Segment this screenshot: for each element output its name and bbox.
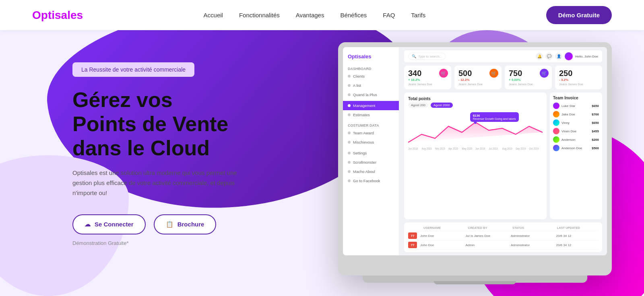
table-status-1: Administrator [511, 243, 553, 247]
svg-text:May 2020: May 2020 [462, 147, 473, 150]
nav-item-fonctionnalites[interactable]: Fonctionnalités [239, 12, 280, 19]
table-badge-0: 77 [408, 232, 417, 239]
nav-item-benefices[interactable]: Bénéfices [340, 12, 367, 19]
chart-filter-1[interactable]: Agost 2000 [431, 103, 452, 108]
logo[interactable]: Optisales [32, 9, 83, 22]
dashboard-table: USERNAME CREATED BY STATUS LAST UPDATED … [404, 222, 602, 252]
sidebar-item-macho[interactable]: Macho Aboul [343, 167, 399, 176]
team-amount: $650 [592, 121, 599, 125]
stat-sub: Jeans James Doe [559, 82, 598, 86]
stat-card-3: 250 - 3.2% Jeans James Doe [555, 66, 602, 89]
tooltip-value: $136 [473, 114, 516, 117]
hero-title: Gérez vos Points de Vente dans le Cloud [72, 88, 246, 160]
dashboard-section-label: Dashboard [343, 64, 399, 72]
chart-tooltip: $136 Revenue Growth Going and labels [470, 112, 519, 122]
search-icon: 🔍 [412, 54, 416, 58]
dashboard-sidebar: Optisales Dashboard Clients A list [343, 47, 399, 255]
document-icon: 📋 [166, 221, 173, 228]
stats-row: 340 + 10.2% Jeans James Doe 🛒 500 - 12.2… [404, 66, 602, 89]
svg-text:Jul 2019: Jul 2019 [489, 147, 497, 150]
hero-badge: La Reussite de votre activité commercial… [72, 62, 194, 77]
chart-svg: Jun 2018 Aug 2019 Nov 2019 Apr 2020 May … [408, 110, 543, 215]
demo-gratuite-button[interactable]: Démo Gratuite [546, 6, 612, 24]
customer-section-label: Costumer Data [343, 121, 399, 128]
nav-section-dashboard: Dashboard Clients A list Quand la Plus [343, 64, 399, 99]
team-name: Jake Doe [561, 113, 592, 116]
avatar[interactable] [565, 52, 573, 60]
chart-title: Total points [408, 97, 543, 101]
team-avatar [553, 119, 559, 126]
nav-section-customer: Costumer Data Team Award Mischievous [343, 121, 399, 147]
chart-filter-0[interactable]: Agost 200 [408, 103, 428, 108]
sidebar-item-team[interactable]: Team Award [343, 128, 399, 138]
team-row-3: Vinen Doe $455 [553, 128, 599, 134]
team-amount: $200 [592, 138, 599, 142]
table-updated-0: 20/6 34 12 [556, 234, 599, 238]
user-icon[interactable]: 👤 [555, 53, 562, 60]
team-row-0: Luke Star $650 [553, 103, 599, 109]
team-row-2: Vinny $650 [553, 119, 599, 126]
nav-item-accueil[interactable]: Accueil [204, 12, 223, 19]
notification-icon[interactable]: 🔔 [536, 53, 543, 60]
sidebar-item-quand[interactable]: Quand la Plus [343, 90, 399, 99]
nav-dot [348, 170, 351, 173]
nav-item-tarifs[interactable]: Tarifs [411, 12, 425, 19]
chart-area: Total points Agost 200 Agost 2000 [404, 92, 547, 219]
hero-description: Optisales est une solution ultra moderne… [72, 168, 246, 198]
table-created-0: Jul Is James Doe [466, 234, 508, 238]
table-row-1: 77 John Doe Admin Administrator 20/6 34 … [408, 240, 598, 250]
svg-text:Nov 2019: Nov 2019 [435, 147, 445, 150]
sidebar-item-alist[interactable]: A list [343, 81, 399, 90]
team-amount: $650 [592, 104, 599, 108]
dashboard-logo: Optisales [343, 52, 399, 64]
nav-dot-active [348, 104, 351, 107]
tooltip-sub: Revenue Growth Going and labels [473, 117, 516, 120]
team-name: Luke Star [561, 104, 592, 108]
nav-links: Accueil Fonctionnalités Avantages Bénéfi… [204, 12, 426, 19]
search-bar[interactable]: 🔍 Type to search... [408, 53, 446, 60]
brochure-button[interactable]: 📋 Brochure [154, 214, 217, 234]
nav-dot [348, 113, 351, 116]
team-invoice-title: Team Invoice [553, 96, 599, 100]
svg-text:Jun 2019: Jun 2019 [475, 147, 485, 150]
stat-sub: Jeans James Doe [458, 82, 497, 86]
table-header-created: CREATED BY [468, 226, 510, 230]
nav-dot [348, 179, 351, 182]
connect-button[interactable]: ☁ Se Connecter [72, 214, 146, 234]
sidebar-item-goto[interactable]: Go to Facebook [343, 176, 399, 185]
table-header-username: USERNAME [423, 226, 465, 230]
table-updated-1: 20/6 34 12 [556, 243, 599, 247]
nav-item-avantages[interactable]: Avantages [296, 12, 324, 19]
table-username-0: John Doe [420, 234, 462, 238]
nav-item-faq[interactable]: FAQ [383, 12, 395, 19]
sidebar-item-scroll[interactable]: Scrollmonster [343, 158, 399, 167]
dashboard-topbar: 🔍 Type to search... 🔔 💬 👤 Hello, John Do… [404, 50, 602, 62]
stat-change: - 3.2% [559, 78, 598, 82]
cloud-icon: ☁ [85, 221, 91, 228]
team-avatar [553, 128, 559, 134]
nav-dot [348, 132, 351, 134]
nav-dot [348, 93, 351, 96]
sidebar-item-clients[interactable]: Clients [343, 72, 399, 81]
svg-text:Oct 2019: Oct 2019 [529, 147, 539, 150]
sidebar-item-misch[interactable]: Mischievous [343, 138, 399, 147]
svg-text:Aug 2019: Aug 2019 [502, 147, 512, 150]
sidebar-item-management[interactable]: Management [343, 101, 399, 110]
hero-section: La Reussite de votre activité commercial… [0, 30, 644, 296]
sidebar-item-estimates[interactable]: Estimates [343, 110, 399, 119]
team-name: Vinny [561, 121, 592, 125]
team-amount: $700 [592, 113, 599, 116]
stat-icon-cart: 🛒 [439, 69, 448, 78]
team-name: Vinen Doe [561, 130, 592, 133]
message-icon[interactable]: 💬 [545, 53, 553, 60]
table-row-0: 77 John Doe Jul Is James Doe Administrat… [408, 231, 598, 240]
hero-content: La Reussite de votre activité commercial… [72, 62, 246, 246]
stat-card-1: 500 - 12.2% Jeans James Doe 🛒 [454, 66, 502, 89]
dashboard-main: 🔍 Type to search... 🔔 💬 👤 Hello, John Do… [399, 47, 607, 255]
nav-dot [348, 152, 351, 154]
laptop-mockup: Optisales Dashboard Clients A list [338, 42, 612, 275]
team-invoice: Team Invoice Luke Star $650 Jake Doe $70… [550, 92, 602, 219]
navbar: Optisales Accueil Fonctionnalités Avanta… [0, 0, 644, 30]
sidebar-item-settings[interactable]: Settings [343, 148, 399, 158]
table-created-1: Admin [466, 243, 508, 247]
